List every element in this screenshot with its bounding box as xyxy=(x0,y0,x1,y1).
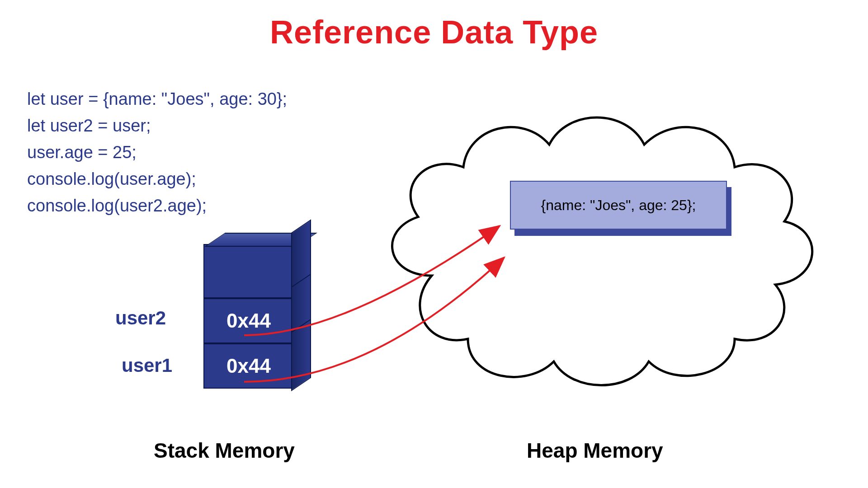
code-line-4: console.log(user.age); xyxy=(27,166,287,192)
code-block: let user = {name: "Joes", age: 30}; let … xyxy=(27,86,287,219)
code-line-5: console.log(user2.age); xyxy=(27,192,287,219)
heap-object-box: {name: "Joes", age: 25}; xyxy=(510,181,727,230)
code-line-1: let user = {name: "Joes", age: 30}; xyxy=(27,86,287,113)
code-line-3: user.age = 25; xyxy=(27,139,287,166)
stack-label-user2: user2 xyxy=(115,307,166,329)
code-line-2: let user2 = user; xyxy=(27,113,287,139)
diagram-title: Reference Data Type xyxy=(0,14,868,51)
heap-cloud-icon xyxy=(359,86,848,393)
stack-memory-label: Stack Memory xyxy=(154,438,295,463)
heap-memory-label: Heap Memory xyxy=(527,438,663,463)
stack-slot-user1: 0x44 xyxy=(203,343,294,389)
stack-top-empty xyxy=(203,244,294,298)
stack-slot-user2: 0x44 xyxy=(203,298,294,343)
stack-label-user1: user1 xyxy=(122,355,172,376)
